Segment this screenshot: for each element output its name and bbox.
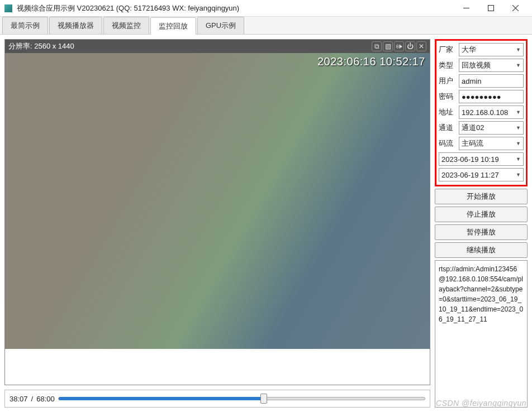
- caret-icon: ▼: [516, 156, 521, 162]
- label-user: 用户: [439, 76, 457, 86]
- button-start[interactable]: 开始播放: [435, 189, 528, 204]
- seek-slider[interactable]: [58, 397, 425, 400]
- value-end-time: 2023-06-19 11:27: [441, 171, 499, 179]
- label-stream: 码流: [439, 138, 457, 148]
- value-vendor: 大华: [462, 45, 476, 55]
- alarm-icon[interactable]: ⏻: [405, 41, 415, 51]
- seek-thumb[interactable]: [260, 394, 267, 404]
- datetime-start[interactable]: 2023-06-19 10:19 ▼: [439, 152, 524, 166]
- label-type: 类型: [439, 60, 457, 70]
- url-textarea[interactable]: rtsp://admin:Admin123456@192.168.0.108:5…: [435, 260, 528, 408]
- svg-rect-1: [488, 6, 493, 11]
- tab-player[interactable]: 视频播放器: [49, 17, 102, 34]
- row-vendor: 厂家 大华 ▼: [439, 43, 524, 56]
- settings-group: 厂家 大华 ▼ 类型 回放视频 ▼ 用户 admin: [435, 39, 528, 186]
- caret-icon: ▼: [516, 63, 521, 68]
- video-panel: 分辨率: 2560 x 1440 ⧉ ▧ 🕪 ⏻ ✕ 2023:06:16 10…: [4, 39, 430, 385]
- value-start-time: 2023-06-19 10:19: [441, 155, 499, 164]
- row-type: 类型 回放视频 ▼: [439, 59, 524, 72]
- row-user: 用户 admin: [439, 74, 524, 88]
- row-password: 密码 ●●●●●●●●●: [439, 90, 524, 103]
- input-password[interactable]: ●●●●●●●●●: [459, 90, 524, 103]
- tab-gpu[interactable]: GPU示例: [197, 17, 244, 34]
- app-icon: [4, 4, 12, 12]
- input-user[interactable]: admin: [459, 74, 524, 88]
- value-password: ●●●●●●●●●: [462, 93, 501, 101]
- value-address: 192.168.0.108: [462, 108, 508, 117]
- select-address[interactable]: 192.168.0.108 ▼: [459, 106, 524, 119]
- record-icon[interactable]: ⧉: [372, 41, 382, 51]
- left-pane: 分辨率: 2560 x 1440 ⧉ ▧ 🕪 ⏻ ✕ 2023:06:16 10…: [4, 39, 430, 408]
- value-type: 回放视频: [462, 60, 491, 70]
- label-address: 地址: [439, 107, 457, 117]
- resolution-label: 分辨率: 2560 x 1440: [8, 41, 74, 51]
- row-end-time: 2023-06-19 11:27 ▼: [439, 168, 524, 181]
- close-button[interactable]: [503, 1, 528, 16]
- row-start-time: 2023-06-19 10:19 ▼: [439, 152, 524, 166]
- value-channel: 通道02: [462, 123, 484, 133]
- caret-icon: ▼: [516, 172, 521, 178]
- audio-icon[interactable]: 🕪: [394, 41, 404, 51]
- select-vendor[interactable]: 大华 ▼: [459, 43, 524, 56]
- title-bar: 视频综合应用示例 V20230621 (QQ: 517216493 WX: fe…: [0, 0, 532, 17]
- select-stream[interactable]: 主码流 ▼: [459, 137, 524, 150]
- caret-icon: ▼: [516, 141, 521, 146]
- caret-icon: ▼: [516, 47, 521, 52]
- content-area: 分辨率: 2560 x 1440 ⧉ ▧ 🕪 ⏻ ✕ 2023:06:16 10…: [0, 35, 532, 412]
- tab-bar: 最简示例 视频播放器 视频监控 监控回放 GPU示例: [0, 17, 532, 35]
- maximize-button[interactable]: [478, 1, 503, 16]
- button-resume[interactable]: 继续播放: [435, 242, 528, 258]
- label-channel: 通道: [439, 123, 457, 133]
- row-stream: 码流 主码流 ▼: [439, 137, 524, 150]
- time-current: 38:07: [10, 395, 28, 403]
- seek-fill: [59, 397, 264, 400]
- button-stop[interactable]: 停止播放: [435, 207, 528, 222]
- tab-playback[interactable]: 监控回放: [150, 17, 196, 35]
- datetime-end[interactable]: 2023-06-19 11:27 ▼: [439, 168, 524, 181]
- row-channel: 通道 通道02 ▼: [439, 121, 524, 135]
- row-address: 地址 192.168.0.108 ▼: [439, 106, 524, 119]
- caret-icon: ▼: [516, 125, 521, 131]
- window-title: 视频综合应用示例 V20230621 (QQ: 517216493 WX: fe…: [17, 3, 454, 13]
- minimize-button[interactable]: [454, 1, 478, 16]
- time-total: 68:00: [36, 395, 55, 403]
- progress-bar-row: 38:07 / 68:00: [4, 390, 430, 408]
- time-separator: /: [31, 395, 34, 403]
- select-type[interactable]: 回放视频 ▼: [459, 59, 524, 72]
- video-viewport[interactable]: 2023:06:16 10:52:17 IP PTZ Camera: [5, 53, 430, 385]
- label-password: 密码: [439, 92, 457, 102]
- tab-monitor[interactable]: 视频监控: [103, 17, 149, 34]
- caret-icon: ▼: [516, 109, 521, 115]
- value-stream: 主码流: [462, 138, 483, 148]
- tab-simple[interactable]: 最简示例: [2, 17, 48, 34]
- close-video-icon[interactable]: ✕: [416, 41, 426, 51]
- snapshot-icon[interactable]: ▧: [383, 41, 393, 51]
- button-pause[interactable]: 暂停播放: [435, 224, 528, 240]
- right-pane: 厂家 大华 ▼ 类型 回放视频 ▼ 用户 admin: [435, 39, 528, 408]
- value-user: admin: [462, 77, 481, 85]
- video-header: 分辨率: 2560 x 1440 ⧉ ▧ 🕪 ⏻ ✕: [5, 40, 430, 53]
- overlay-timestamp: 2023:06:16 10:52:17: [317, 55, 425, 68]
- label-vendor: 厂家: [439, 45, 457, 55]
- select-channel[interactable]: 通道02 ▼: [459, 121, 524, 135]
